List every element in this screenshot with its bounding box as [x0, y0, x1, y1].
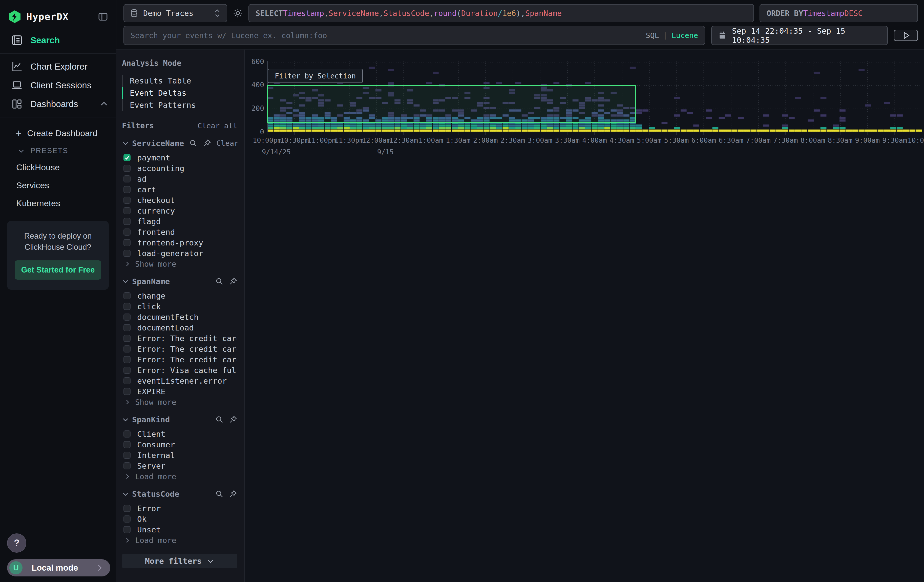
- filter-option-cart[interactable]: cart: [122, 184, 237, 195]
- checkbox[interactable]: [124, 218, 130, 225]
- show-more-button[interactable]: Load more: [122, 535, 237, 546]
- show-more-button[interactable]: Load more: [122, 471, 237, 482]
- show-more-button[interactable]: Show more: [122, 397, 237, 407]
- filter-option-error-the-credit-card-[interactable]: Error: The credit card (…: [122, 354, 237, 365]
- pin-icon[interactable]: [203, 139, 211, 148]
- search-icon[interactable]: [189, 139, 198, 148]
- checkbox[interactable]: [124, 505, 130, 512]
- filter-option-flagd[interactable]: flagd: [122, 216, 237, 227]
- show-more-button[interactable]: Show more: [122, 259, 237, 269]
- checkbox[interactable]: [124, 292, 130, 299]
- filter-group-header[interactable]: StatusCode: [122, 490, 237, 498]
- checkbox[interactable]: [124, 526, 130, 533]
- analysis-mode-option[interactable]: Event Patterns: [122, 99, 237, 111]
- filter-option-documentload[interactable]: documentLoad: [122, 322, 237, 333]
- filter-option-click[interactable]: click: [122, 301, 237, 312]
- filter-group-header[interactable]: SpanName: [122, 277, 237, 286]
- checkbox[interactable]: [124, 388, 130, 395]
- checkbox[interactable]: [124, 335, 130, 342]
- more-filters-button[interactable]: More filters: [122, 554, 237, 568]
- filter-option-eventlistener-error[interactable]: eventListener.error: [122, 376, 237, 386]
- filter-option-frontend[interactable]: frontend: [122, 227, 237, 237]
- help-button[interactable]: ?: [7, 533, 26, 552]
- create-dashboard-button[interactable]: + Create Dashboard: [0, 124, 116, 143]
- sql-select-input[interactable]: SELECT Timestamp, ServiceName, StatusCod…: [248, 4, 754, 22]
- checkbox[interactable]: [124, 196, 130, 204]
- sidebar-item-client-sessions[interactable]: Client Sessions: [0, 76, 116, 95]
- presets-toggle[interactable]: PRESETS: [0, 143, 116, 158]
- sql-mode-toggle[interactable]: SQL: [646, 31, 659, 40]
- filter-option-error[interactable]: Error: [122, 503, 237, 514]
- checkbox[interactable]: [124, 345, 130, 353]
- filter-option-load-generator[interactable]: load-generator: [122, 248, 237, 259]
- filter-option-error-the-credit-card-[interactable]: Error: The credit card (…: [122, 344, 237, 354]
- user-menu[interactable]: U Local mode: [7, 559, 110, 576]
- checkbox[interactable]: [124, 367, 130, 374]
- pin-icon[interactable]: [229, 490, 237, 498]
- checkbox[interactable]: [124, 154, 130, 161]
- filter-option-consumer[interactable]: Consumer: [122, 439, 237, 450]
- date-range-picker[interactable]: Sep 14 22:04:35 - Sep 15 10:04:35: [711, 26, 888, 45]
- filter-option-server[interactable]: Server: [122, 460, 237, 471]
- collapse-sidebar-icon[interactable]: [98, 12, 108, 22]
- checkbox[interactable]: [124, 313, 130, 321]
- filter-option-error-visa-cache-full-[interactable]: Error: Visa cache full: …: [122, 365, 237, 376]
- filter-group-header[interactable]: SpanKind: [122, 415, 237, 424]
- filter-option-frontend-proxy[interactable]: frontend-proxy: [122, 237, 237, 248]
- search-icon[interactable]: [215, 277, 224, 286]
- checkbox[interactable]: [124, 324, 130, 331]
- checkbox[interactable]: [124, 207, 130, 214]
- sidebar-item-dashboards[interactable]: Dashboards: [0, 95, 116, 113]
- checkbox[interactable]: [124, 462, 130, 469]
- run-query-button[interactable]: [894, 30, 918, 41]
- checkbox[interactable]: [124, 452, 130, 459]
- filter-option-documentfetch[interactable]: documentFetch: [122, 312, 237, 322]
- filter-option-error-the-credit-card-[interactable]: Error: The credit card (…: [122, 333, 237, 344]
- clear-group-button[interactable]: Clear: [216, 139, 238, 148]
- get-started-button[interactable]: Get Started for Free: [15, 260, 101, 280]
- checkbox[interactable]: [124, 165, 130, 172]
- checkbox[interactable]: [124, 229, 130, 236]
- filter-option-accounting[interactable]: accounting: [122, 163, 237, 173]
- filter-option-change[interactable]: change: [122, 290, 237, 301]
- filter-option-checkout[interactable]: checkout: [122, 195, 237, 206]
- gear-icon[interactable]: [233, 8, 243, 18]
- filter-option-unset[interactable]: Unset: [122, 524, 237, 535]
- clear-all-button[interactable]: Clear all: [198, 122, 237, 130]
- checkbox[interactable]: [124, 250, 130, 257]
- lucene-mode-toggle[interactable]: Lucene: [672, 31, 698, 40]
- checkbox[interactable]: [124, 377, 130, 384]
- filter-option-currency[interactable]: currency: [122, 206, 237, 216]
- sidebar-item-services[interactable]: Services: [0, 176, 116, 195]
- checkbox[interactable]: [124, 430, 130, 437]
- checkbox[interactable]: [124, 186, 130, 193]
- sidebar-item-chart-explorer[interactable]: Chart Explorer: [0, 57, 116, 76]
- filter-option-client[interactable]: Client: [122, 429, 237, 439]
- checkbox[interactable]: [124, 303, 130, 310]
- sidebar-item-kubernetes[interactable]: Kubernetes: [0, 195, 116, 212]
- pin-icon[interactable]: [229, 415, 237, 424]
- search-icon[interactable]: [215, 490, 224, 498]
- filter-group-header[interactable]: ServiceNameClear: [122, 138, 237, 148]
- filter-by-selection-button[interactable]: Filter by Selection: [268, 69, 363, 83]
- sidebar-item-clickhouse[interactable]: ClickHouse: [0, 158, 116, 176]
- analysis-mode-option[interactable]: Results Table: [122, 75, 237, 87]
- checkbox[interactable]: [124, 441, 130, 448]
- search-icon[interactable]: [215, 415, 224, 424]
- pin-icon[interactable]: [229, 277, 237, 286]
- filter-option-ok[interactable]: Ok: [122, 514, 237, 524]
- search-input[interactable]: [130, 31, 646, 40]
- filter-option-expire[interactable]: EXPIRE: [122, 386, 237, 397]
- filter-option-ad[interactable]: ad: [122, 173, 237, 184]
- chart-selection-region[interactable]: [267, 85, 636, 123]
- order-by-input[interactable]: ORDER BY Timestamp DESC: [759, 4, 918, 22]
- checkbox[interactable]: [124, 175, 130, 183]
- sidebar-item-search[interactable]: Search: [0, 31, 116, 49]
- checkbox[interactable]: [124, 356, 130, 363]
- source-select[interactable]: Demo Traces: [124, 4, 227, 22]
- checkbox[interactable]: [124, 516, 130, 523]
- analysis-mode-option[interactable]: Event Deltas: [122, 87, 237, 99]
- checkbox[interactable]: [124, 239, 130, 246]
- filter-option-internal[interactable]: Internal: [122, 450, 237, 460]
- filter-option-payment[interactable]: payment: [122, 152, 237, 163]
